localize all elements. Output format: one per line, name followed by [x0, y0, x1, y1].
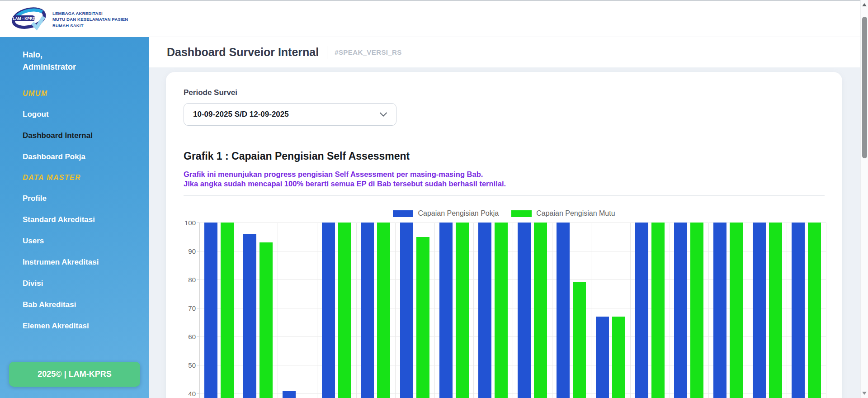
- scrollbar-thumb[interactable]: [862, 17, 867, 158]
- legend-swatch-icon: [511, 210, 532, 217]
- sidebar-menu: UMUMLogoutDashboard InternalDashboard Po…: [23, 90, 149, 343]
- bar-mutu-10[interactable]: [573, 282, 586, 398]
- bar-chart: 1009080706050403020100: [184, 223, 825, 398]
- bar-pokja-5[interactable]: [361, 223, 374, 398]
- top-navbar: [149, 0, 868, 37]
- title-row: Dashboard Surveior Internal #SPEAK_VERSI…: [149, 37, 868, 67]
- bar-pokja-7[interactable]: [439, 223, 453, 398]
- bar-pokja-2[interactable]: [243, 234, 256, 398]
- section-divider: [184, 195, 825, 196]
- bar-pokja-4[interactable]: [322, 223, 335, 398]
- legend-item[interactable]: Capaian Pengisian Pokja: [387, 209, 505, 218]
- gridline: [278, 223, 278, 398]
- y-tick-mark: [197, 365, 199, 365]
- y-tick-mark: [197, 223, 199, 223]
- dashboard-card: Periode Survei 10-09-2025 S/D 12-09-2025…: [166, 72, 842, 398]
- y-tick-label: 60: [184, 333, 196, 341]
- bar-mutu-11[interactable]: [612, 317, 625, 398]
- sidebar-item-profile[interactable]: Profile: [23, 194, 131, 203]
- bar-pokja-11[interactable]: [596, 317, 609, 398]
- bar-mutu-6[interactable]: [416, 237, 429, 398]
- bar-mutu-5[interactable]: [377, 223, 390, 398]
- y-tick-label: 80: [184, 276, 196, 284]
- chart-plot-area: [199, 223, 826, 398]
- y-tick-mark: [197, 308, 199, 308]
- sidebar-item-standard-akreditasi[interactable]: Standard Akreditasi: [23, 215, 131, 224]
- y-tick-label: 70: [184, 304, 196, 312]
- legend-label: Capaian Pengisian Mutu: [536, 209, 615, 218]
- bar-mutu-7[interactable]: [456, 223, 469, 398]
- bar-mutu-1[interactable]: [221, 223, 234, 398]
- window-top-edge: [0, 0, 868, 1]
- legend-swatch-icon: [393, 210, 413, 217]
- sidebar-item-users[interactable]: Users: [23, 237, 131, 246]
- bar-mutu-2[interactable]: [259, 242, 273, 398]
- logo-line-1: LEMBAGA AKREDITASI: [52, 10, 128, 17]
- bar-mutu-15[interactable]: [769, 223, 782, 398]
- bar-mutu-8[interactable]: [495, 223, 508, 398]
- bar-pokja-14[interactable]: [713, 223, 726, 398]
- scrollbar-up-arrow-icon[interactable]: [862, 3, 867, 6]
- bar-pokja-16[interactable]: [792, 223, 805, 398]
- bar-pokja-13[interactable]: [674, 223, 687, 398]
- svg-text:LAM - KPRS: LAM - KPRS: [13, 16, 35, 21]
- legend-item[interactable]: Capaian Pengisian Mutu: [505, 209, 621, 218]
- chart-description: Grafik ini menunjukan progress pengisian…: [184, 170, 825, 189]
- bar-mutu-16[interactable]: [808, 223, 821, 398]
- sidebar-item-divisi[interactable]: Divisi: [23, 279, 131, 288]
- bar-mutu-4[interactable]: [338, 223, 351, 398]
- gridline: [826, 223, 826, 398]
- sidebar-item-elemen-akreditasi[interactable]: Elemen Akreditasi: [23, 322, 131, 331]
- sidebar-item-instrumen-akreditasi[interactable]: Instrumen Akreditasi: [23, 258, 131, 267]
- main-area: Dashboard Surveior Internal #SPEAK_VERSI…: [149, 0, 868, 398]
- bar-mutu-13[interactable]: [690, 223, 703, 398]
- gridline: [473, 223, 474, 398]
- bar-pokja-9[interactable]: [518, 223, 531, 398]
- chart-legend: Capaian Pengisian PokjaCapaian Pengisian…: [184, 209, 825, 218]
- sidebar-item-bab-akreditasi[interactable]: Bab Akreditasi: [23, 300, 131, 309]
- greeting-line-2: Administrator: [23, 61, 149, 73]
- sidebar-item-logout[interactable]: Logout: [23, 110, 131, 119]
- y-tick-label: 90: [184, 247, 196, 255]
- bar-pokja-8[interactable]: [478, 223, 491, 398]
- bar-pokja-6[interactable]: [400, 223, 413, 398]
- gridline: [552, 223, 552, 398]
- bar-pokja-3[interactable]: [283, 391, 296, 398]
- periode-survei-value: 10-09-2025 S/D 12-09-2025: [193, 110, 289, 119]
- gridline: [395, 223, 396, 398]
- chart-section-title: Grafik 1 : Capaian Pengisian Self Assess…: [184, 150, 825, 162]
- chart-description-line-1: Grafik ini menunjukan progress pengisian…: [184, 170, 825, 179]
- gridline: [630, 223, 631, 398]
- sidebar-section-umum: UMUM: [23, 90, 131, 98]
- version-tag: #SPEAK_VERSI_RS: [335, 48, 402, 56]
- gridline: [317, 223, 317, 398]
- bar-pokja-15[interactable]: [753, 223, 766, 398]
- bar-mutu-12[interactable]: [651, 223, 665, 398]
- page-title: Dashboard Surveior Internal: [167, 46, 319, 59]
- periode-survei-select[interactable]: 10-09-2025 S/D 12-09-2025: [184, 103, 396, 126]
- y-tick-mark: [197, 251, 199, 251]
- bar-pokja-12[interactable]: [635, 223, 648, 398]
- bar-mutu-14[interactable]: [730, 223, 743, 398]
- y-tick-mark: [197, 336, 199, 337]
- logo-text: LEMBAGA AKREDITASI MUTU DAN KESELAMATAN …: [52, 10, 128, 29]
- content-area: Periode Survei 10-09-2025 S/D 12-09-2025…: [149, 67, 868, 398]
- chevron-down-icon: [380, 112, 387, 117]
- bar-pokja-1[interactable]: [204, 223, 217, 398]
- sidebar-item-dashboard-pokja[interactable]: Dashboard Pokja: [23, 152, 131, 161]
- y-tick-mark: [197, 393, 199, 394]
- vertical-scrollbar[interactable]: [860, 0, 868, 398]
- gridline: [356, 223, 357, 398]
- periode-survei-label: Periode Survei: [184, 88, 825, 97]
- sidebar-item-dashboard-internal[interactable]: Dashboard Internal: [23, 131, 131, 140]
- gridline: [513, 223, 513, 398]
- scrollbar-down-arrow-icon[interactable]: [862, 392, 867, 395]
- gridline: [787, 223, 787, 398]
- sidebar-footer-badge[interactable]: 2025© | LAM-KPRS: [9, 362, 140, 387]
- gridline: [434, 223, 435, 398]
- bar-mutu-9[interactable]: [534, 223, 547, 398]
- sidebar-section-data-master: DATA MASTER: [23, 174, 131, 182]
- logo[interactable]: LAM - KPRS LEMBAGA AKREDITASI MUTU DAN K…: [0, 0, 149, 37]
- bar-pokja-10[interactable]: [557, 223, 570, 398]
- gridline: [239, 223, 239, 398]
